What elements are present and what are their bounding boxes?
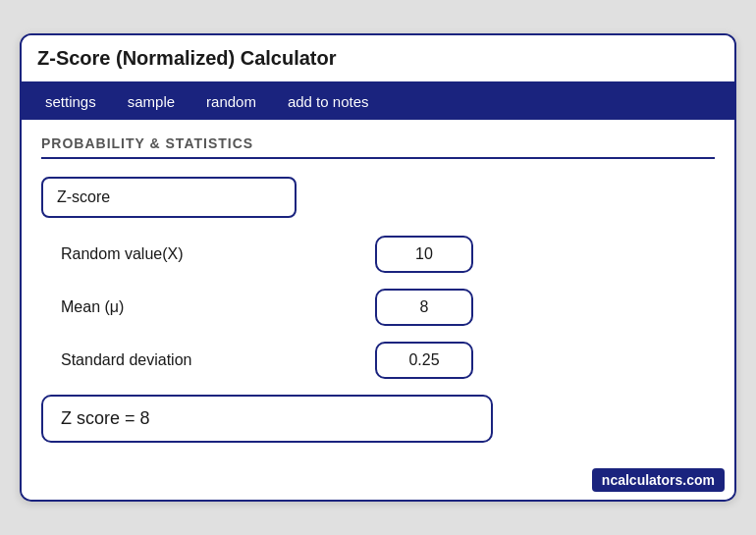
label-std-dev: Standard deviation — [61, 351, 375, 369]
result-display: Z score = 8 — [41, 395, 493, 443]
calculator-container: Z-Score (Normalized) Calculator settings… — [20, 33, 736, 502]
nav-item-sample[interactable]: sample — [112, 83, 190, 120]
nav-item-add-to-notes[interactable]: add to notes — [272, 83, 385, 120]
input-random-value[interactable] — [375, 236, 473, 273]
main-content: PROBABILITY & STATISTICS Random value(X)… — [22, 120, 734, 462]
dropdown-wrapper — [41, 177, 715, 236]
section-header: PROBABILITY & STATISTICS — [41, 135, 715, 159]
brand-badge: ncalculators.com — [592, 468, 725, 492]
nav-item-random[interactable]: random — [190, 83, 272, 120]
footer: ncalculators.com — [22, 462, 734, 500]
title-bar: Z-Score (Normalized) Calculator — [22, 35, 734, 83]
input-row-std-dev: Standard deviation — [41, 342, 715, 379]
input-row-mean: Mean (μ) — [41, 289, 715, 326]
result-wrapper: Z score = 8 — [41, 395, 715, 443]
label-mean: Mean (μ) — [61, 298, 375, 316]
input-mean[interactable] — [375, 289, 473, 326]
input-std-dev[interactable] — [375, 342, 473, 379]
input-row-random-value: Random value(X) — [41, 236, 715, 273]
formula-dropdown[interactable] — [41, 177, 297, 218]
calculator-title: Z-Score (Normalized) Calculator — [37, 47, 337, 69]
nav-bar: settings sample random add to notes — [22, 83, 734, 120]
label-random-value: Random value(X) — [61, 245, 375, 263]
nav-item-settings[interactable]: settings — [29, 83, 112, 120]
